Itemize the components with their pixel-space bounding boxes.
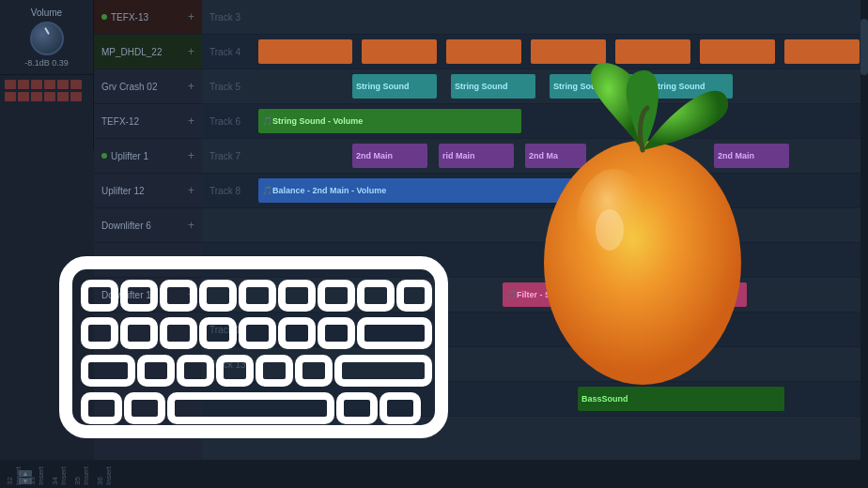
mini-btn-row-1 — [5, 80, 88, 89]
svg-rect-19 — [141, 358, 171, 383]
clip-label: BassSound — [581, 394, 628, 404]
volume-label: Volume — [31, 8, 62, 18]
svg-rect-22 — [259, 358, 289, 383]
svg-rect-23 — [299, 358, 329, 383]
clip-block[interactable]: String Sound — [352, 74, 437, 99]
svg-rect-29 — [383, 396, 417, 420]
insert-item[interactable]: Insert 34 — [51, 463, 68, 485]
mini-buttons-area — [0, 75, 94, 150]
grid-row: Track 3 — [202, 0, 868, 35]
volume-knob[interactable] — [30, 22, 64, 55]
clip-block[interactable] — [446, 39, 521, 64]
svg-rect-11 — [124, 321, 154, 345]
mini-btn[interactable] — [57, 80, 69, 89]
insert-item[interactable]: Insert 36 — [96, 463, 113, 485]
vertical-scrollbar[interactable] — [860, 0, 868, 460]
insert-item[interactable]: Insert 33 — [28, 463, 45, 485]
fl-studio-logo — [520, 56, 783, 394]
svg-point-32 — [596, 209, 624, 251]
track-name: TEFX-12 — [101, 116, 188, 127]
clip-label: 🎵Balance - 2nd Main - Volume — [262, 186, 386, 195]
volume-value: -8.1dB 0.39 — [24, 58, 69, 68]
track-add-button[interactable]: + — [188, 114, 194, 128]
insert-item[interactable]: Insert 35 — [73, 463, 90, 485]
track-name: MP_DHDL_22 — [101, 47, 188, 57]
clip-label: String Sound — [356, 82, 410, 91]
mini-btn[interactable] — [44, 92, 55, 101]
mini-btn[interactable] — [70, 80, 82, 89]
track-number: Track 3 — [202, 0, 258, 34]
clip-block[interactable] — [784, 39, 860, 64]
inserts-panel: ▲ ▼ Insert 32 Insert 33 Insert 34 Insert… — [0, 460, 868, 488]
clip-label: String Sound — [455, 82, 508, 91]
mini-btn[interactable] — [5, 92, 16, 101]
track-number: Track 6 — [202, 104, 258, 138]
track-dot — [101, 153, 107, 159]
svg-rect-7 — [321, 283, 351, 308]
svg-rect-20 — [180, 358, 210, 383]
track-number: Track 5 — [202, 69, 258, 103]
svg-rect-4 — [203, 283, 233, 308]
svg-rect-24 — [338, 358, 428, 383]
mini-btn[interactable] — [31, 92, 42, 101]
svg-rect-10 — [85, 321, 115, 345]
clip-label: rid Main — [442, 151, 475, 160]
track-add-button[interactable]: + — [188, 184, 194, 197]
clip-block[interactable] — [258, 39, 352, 64]
mini-btn[interactable] — [18, 80, 29, 89]
list-item[interactable]: Uplifter 1 + — [94, 139, 202, 174]
clip-block[interactable]: rid Main — [439, 144, 514, 168]
mini-btn[interactable] — [18, 92, 29, 101]
clip-label: 2nd Main — [356, 151, 393, 160]
list-item[interactable]: Grv Crash 02 + — [94, 69, 202, 104]
track-name: Grv Crash 02 — [101, 82, 188, 92]
track-name: Downlifter 6 — [101, 221, 188, 231]
svg-rect-6 — [282, 283, 312, 308]
svg-rect-26 — [128, 396, 162, 420]
svg-rect-25 — [85, 396, 118, 420]
svg-rect-12 — [163, 321, 194, 345]
mini-btn[interactable] — [70, 92, 82, 101]
scrollbar-thumb[interactable] — [860, 19, 868, 75]
mini-btn[interactable] — [57, 92, 69, 101]
track-add-button[interactable]: + — [188, 219, 194, 232]
list-item[interactable]: Uplifter 12 + — [94, 174, 202, 208]
list-item[interactable]: TEFX-13 + — [94, 0, 202, 35]
clip-block[interactable]: 2nd Main — [352, 144, 427, 168]
track-add-button[interactable]: + — [188, 45, 194, 58]
clip-block[interactable] — [362, 39, 437, 64]
list-item[interactable]: Downlifter 6 + — [94, 208, 202, 243]
track-name: Uplifter 1 — [111, 151, 188, 161]
mini-btn[interactable] — [44, 80, 55, 89]
svg-rect-14 — [242, 321, 272, 345]
svg-rect-2 — [124, 283, 154, 308]
keyboard-icon — [56, 244, 451, 450]
track-name: Uplifter 12 — [101, 186, 188, 196]
svg-point-30 — [544, 141, 741, 385]
volume-section: Volume -8.1dB 0.39 — [0, 0, 94, 75]
mini-btn[interactable] — [31, 80, 42, 89]
track-number: Track 4 — [202, 35, 258, 69]
list-item[interactable]: TEFX-12 + — [94, 104, 202, 139]
track-add-button[interactable]: + — [188, 149, 194, 162]
track-number: Track 7 — [202, 139, 258, 173]
mini-btn[interactable] — [5, 80, 16, 89]
track-add-button[interactable]: + — [188, 10, 194, 23]
svg-rect-28 — [340, 396, 374, 420]
clip-label: 🎵String Sound - Volume — [262, 116, 363, 126]
svg-rect-18 — [85, 358, 132, 383]
svg-rect-13 — [203, 321, 233, 345]
track-number — [202, 208, 258, 242]
svg-rect-3 — [163, 283, 194, 308]
svg-rect-15 — [282, 321, 312, 345]
mini-btn-row-2 — [5, 92, 88, 101]
svg-rect-9 — [400, 283, 428, 308]
track-add-button[interactable]: + — [188, 80, 194, 93]
clip-block[interactable]: 🎵String Sound - Volume — [258, 109, 521, 133]
list-item[interactable]: MP_DHDL_22 + — [94, 35, 202, 69]
track-number: Track 8 — [202, 174, 258, 207]
svg-rect-21 — [220, 358, 250, 383]
svg-rect-8 — [361, 283, 391, 308]
svg-rect-16 — [321, 321, 351, 345]
insert-item[interactable]: Insert 32 — [6, 463, 23, 485]
